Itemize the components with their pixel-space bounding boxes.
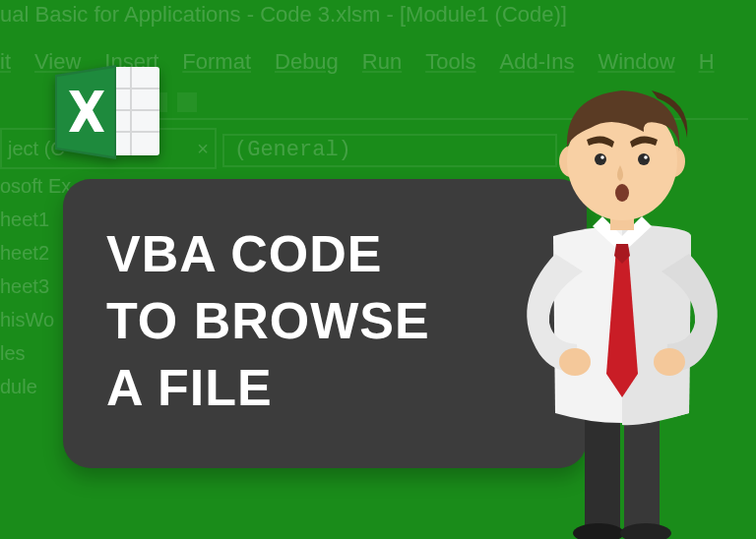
svg-rect-7 (585, 411, 620, 529)
cartoon-businessman-icon (494, 79, 750, 539)
svg-point-20 (644, 155, 648, 159)
svg-point-11 (559, 348, 591, 376)
bg-menu-item: Format (182, 49, 251, 75)
svg-point-21 (615, 184, 629, 202)
bg-menu-item: H (699, 49, 715, 75)
svg-rect-8 (624, 411, 660, 529)
svg-point-18 (638, 153, 650, 165)
svg-point-19 (600, 155, 604, 159)
bg-menu-item: Add-Ins (500, 49, 575, 75)
headline-text: VBA CODE TO BROWSE A FILE (106, 220, 543, 421)
bg-tree-close: × (197, 132, 209, 165)
bg-window-title: ual Basic for Applications - Code 3.xlsm… (0, 2, 567, 28)
svg-point-17 (595, 153, 606, 165)
bg-menu-item: Debug (275, 49, 339, 75)
bg-menu-item: Window (598, 49, 674, 75)
svg-point-12 (654, 348, 685, 376)
bg-menu-item: it (0, 49, 11, 75)
excel-icon (55, 61, 163, 163)
bg-menu-item: Tools (425, 49, 475, 75)
bg-menu-item: Run (362, 49, 402, 75)
